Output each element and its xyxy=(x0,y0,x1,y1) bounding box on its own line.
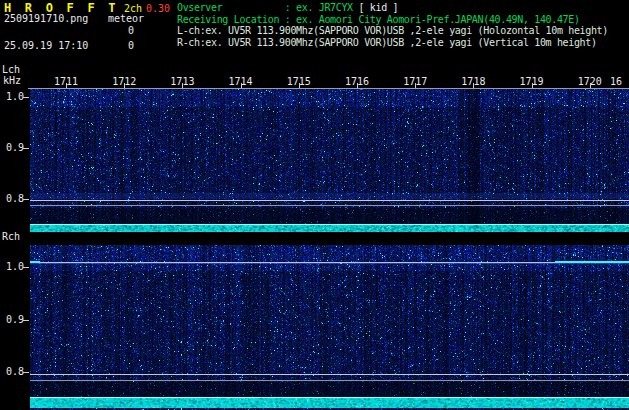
lch-freq-tick-label: 1.0 xyxy=(6,91,24,102)
time-tick-mark xyxy=(66,83,67,88)
app-version: 0.30 xyxy=(146,3,170,14)
count-top: 0 xyxy=(112,25,134,36)
time-tick-mark xyxy=(473,83,474,88)
time-tick-mark xyxy=(124,83,125,88)
timestamp: 25.09.19 17:10 xyxy=(4,40,88,51)
observer-text: Ovserver : ex. JR7CYX xyxy=(177,2,358,13)
time-tick-mark xyxy=(299,83,300,88)
lch-freq-tick-mark xyxy=(23,97,29,98)
count-bottom: 0 xyxy=(112,40,134,51)
rch-freq-tick-label: 0.9 xyxy=(6,314,24,325)
output-filename: 2509191710.png xyxy=(4,13,88,24)
time-tick-mark xyxy=(532,83,533,88)
rch-axis-label: Rch xyxy=(2,231,20,242)
hrofft-window: H R O F F T 2ch 0.30 2509191710.png mete… xyxy=(0,0,629,410)
khz-unit-label: kHz xyxy=(3,75,21,86)
rch-freq-tick-label: 1.0 xyxy=(6,261,24,272)
observer-line: Ovserver : ex. JR7CYX [ kid ] xyxy=(177,2,608,14)
lch-freq-tick-label: 0.8 xyxy=(6,193,24,204)
rch-info-line: R-ch:ex. UV5R 113.900Mhz(SAPPORO VOR)USB… xyxy=(177,37,608,49)
lch-spectrogram xyxy=(30,89,629,232)
time-tick-mark xyxy=(415,83,416,88)
lch-freq-tick-mark xyxy=(23,148,29,149)
rch-freq-tick-label: 0.8 xyxy=(6,366,24,377)
observation-info: Ovserver : ex. JR7CYX [ kid ] Receiving … xyxy=(177,2,608,48)
time-tick-mark xyxy=(590,83,591,88)
lch-info-line: L-ch:ex. UV5R 113.900Mhz(SAPPORO VOR)USB… xyxy=(177,25,608,37)
rch-freq-tick-mark xyxy=(23,320,29,321)
observer-id-bracket: [ kid ] xyxy=(358,2,398,13)
rch-spectrogram xyxy=(30,245,629,410)
mode-label: meteor xyxy=(108,13,144,24)
rch-freq-tick-mark xyxy=(23,267,29,268)
time-tick-mark xyxy=(357,83,358,88)
lch-axis-label: Lch xyxy=(2,64,20,75)
rch-freq-tick-mark xyxy=(23,372,29,373)
lch-freq-tick-label: 0.9 xyxy=(6,142,24,153)
time-tick-mark xyxy=(241,83,242,88)
location-line: Receiving Location : ex. Aomori City Aom… xyxy=(177,14,608,26)
time-edge-label: 16 xyxy=(610,76,622,87)
lch-freq-tick-mark xyxy=(23,199,29,200)
time-tick-mark xyxy=(182,83,183,88)
